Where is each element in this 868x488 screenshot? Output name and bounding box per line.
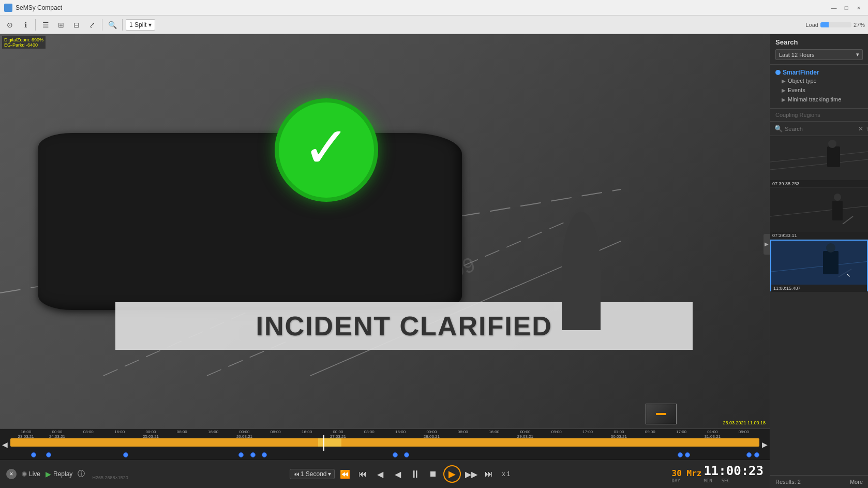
- timeline-marker-5: [250, 452, 256, 457]
- fast-rewind-button[interactable]: ⏪: [338, 467, 352, 481]
- tl-21: 09:00: [635, 430, 666, 439]
- minimal-tracking-item[interactable]: ▶ Minimal tracking time: [775, 95, 863, 104]
- list-view-button[interactable]: ☰: [39, 18, 52, 32]
- close-playback-button[interactable]: ×: [6, 469, 17, 479]
- timeline-nav-left[interactable]: ◀: [2, 440, 8, 449]
- time-display: 30 Mrz DAY 11:00:23 MIN SEC: [672, 464, 764, 484]
- timeline-marker-11: [746, 452, 752, 457]
- search-button[interactable]: 🔍: [106, 18, 119, 32]
- panel-collapse-tab[interactable]: ▶: [764, 234, 770, 255]
- day-label: DAY: [672, 478, 680, 483]
- time-time: 11:00:23: [704, 464, 764, 478]
- chevron-down-icon: ▾: [328, 470, 331, 478]
- prev-step-button[interactable]: ◀: [373, 467, 387, 481]
- svg-point-13: [834, 194, 841, 201]
- stop-button[interactable]: ⏹: [426, 467, 440, 481]
- bottom-left: × Live ▶ Replay ⓘ H265 2688×1520: [6, 468, 128, 480]
- layout-button[interactable]: ⊟: [70, 18, 83, 32]
- chevron-down-icon: ▾: [148, 21, 152, 28]
- thumb-timestamp-2: 07:39:33.11: [770, 232, 868, 239]
- maximize-button[interactable]: □: [841, 4, 851, 11]
- titlebar: SeMSy Compact — □ ×: [0, 0, 868, 16]
- resolution-info: H265 2688×1520: [92, 475, 128, 480]
- more-button[interactable]: More: [850, 479, 863, 485]
- prev-frame-button[interactable]: ◀: [391, 467, 405, 481]
- timeline-marker-10: [685, 452, 690, 457]
- tl-24: 09:00: [728, 430, 759, 439]
- check-circle: ✓: [275, 98, 378, 202]
- app-title: SeMSy Compact: [16, 4, 62, 11]
- timeline-track[interactable]: ◀ 16:0023.03.21 00:0024.03.21 08:00 16:0…: [0, 429, 770, 460]
- arrow-icon: ▶: [782, 78, 786, 84]
- results-count: Results: 2: [775, 479, 801, 485]
- check-icon: ✓: [303, 119, 350, 176]
- smartfinder-button[interactable]: SmartFinder: [775, 69, 863, 76]
- tl-1: 16:0023.03.21: [10, 430, 41, 439]
- tl-10: 16:00: [291, 430, 322, 439]
- timeline-playhead: [323, 435, 324, 451]
- timeline-marker-4: [238, 452, 244, 457]
- app-icon: [4, 4, 12, 12]
- next-fast-button[interactable]: ⏭: [482, 467, 496, 481]
- timeline-marker-1: [31, 452, 36, 457]
- tl-8: 00:0026.03.21: [229, 430, 260, 439]
- replay-button[interactable]: ▶ Replay: [46, 470, 72, 478]
- main-layout: E-0009 ✓ INCIDENT CLARIFIED: [0, 34, 868, 488]
- tl-5: 00:0025.03.21: [135, 430, 166, 439]
- mini-thumbnail[interactable]: [646, 404, 677, 424]
- search-clear-button[interactable]: ✕: [858, 125, 863, 132]
- split-label: 1 Split: [129, 21, 146, 28]
- thumb-scene-svg-3: ↖: [771, 241, 867, 285]
- events-item[interactable]: ▶ Events: [775, 85, 863, 95]
- close-button[interactable]: ×: [854, 4, 864, 11]
- pause-button[interactable]: ⏸: [408, 467, 423, 481]
- info-button[interactable]: ℹ: [19, 18, 32, 32]
- object-type-item[interactable]: ▶ Object type: [775, 76, 863, 85]
- smartfinder-label: SmartFinder: [783, 69, 819, 76]
- speed-selector[interactable]: ⏮ 1 Second ▾: [290, 469, 335, 479]
- skip-to-start-icon: ⏮: [293, 470, 300, 478]
- timeline-bar[interactable]: [10, 438, 759, 447]
- chevron-down-icon: ▾: [856, 51, 859, 58]
- toolbar-separator-1: [35, 19, 36, 31]
- thumb-timestamp-3: 11:00:15.487: [771, 285, 867, 292]
- live-dot: [22, 471, 27, 477]
- check-overlay: ✓: [270, 93, 383, 207]
- time-date: 30 Mrz: [672, 468, 702, 478]
- video-viewport[interactable]: E-0009 ✓ INCIDENT CLARIFIED: [0, 34, 770, 428]
- svg-rect-10: [770, 188, 868, 232]
- toolbar-separator-3: [122, 19, 123, 31]
- result-thumbnail[interactable]: 07:39:33.11: [770, 188, 868, 240]
- speed-label: 1 Second: [301, 470, 327, 478]
- timeline-marker-12: [754, 452, 759, 457]
- tl-17: 00:0029.03.21: [510, 430, 541, 439]
- search-submit-button[interactable]: ↑: [865, 125, 868, 132]
- timeline-area[interactable]: ◀ 16:0023.03.21 00:0024.03.21 08:00 16:0…: [0, 428, 770, 460]
- search-input[interactable]: [785, 126, 856, 132]
- playback-info-button[interactable]: ⓘ: [78, 469, 85, 479]
- export-button[interactable]: ⤤: [85, 18, 99, 32]
- hour-label: MIN: [704, 478, 712, 483]
- prev-fast-button[interactable]: ⏮: [355, 467, 370, 481]
- arrow-icon: ▶: [782, 87, 786, 93]
- play-button[interactable]: ▶: [443, 465, 461, 483]
- results-list: 07:39:38.253 07:39:33.11: [770, 136, 868, 475]
- timeline-highlight: [318, 438, 341, 447]
- coupling-section: Coupling Regions: [770, 109, 868, 122]
- next-frame-button[interactable]: ▶▶: [464, 467, 478, 481]
- events-label: Events: [788, 87, 805, 93]
- minimize-button[interactable]: —: [829, 4, 839, 11]
- live-button[interactable]: Live: [22, 470, 40, 478]
- right-panel: Search Last 12 Hours ▾ SmartFinder ▶ Obj…: [770, 34, 868, 488]
- result-thumbnail[interactable]: 07:39:38.253: [770, 136, 868, 188]
- tl-20: 01:0030.03.21: [603, 430, 634, 439]
- home-button[interactable]: ⊙: [3, 18, 17, 32]
- time-filter-selector[interactable]: Last 12 Hours ▾: [775, 49, 863, 60]
- tl-18: 09:00: [541, 430, 572, 439]
- result-thumbnail-active[interactable]: ↖ 11:00:15.487: [770, 240, 868, 291]
- timeline-nav-right[interactable]: ▶: [762, 440, 768, 449]
- grid-view-button[interactable]: ⊞: [54, 18, 68, 32]
- thumb-scene-3: ↖: [771, 241, 867, 285]
- thumb-scene-svg-1: [770, 136, 868, 180]
- split-selector[interactable]: 1 Split ▾: [126, 19, 155, 31]
